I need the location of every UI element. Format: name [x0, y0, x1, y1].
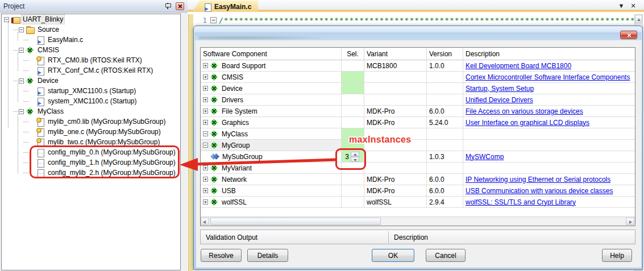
description-link[interactable]: MySWComp: [466, 153, 504, 161]
description-cell[interactable]: USB Communication with various device cl…: [463, 185, 635, 197]
variant-cell[interactable]: [364, 83, 427, 94]
variant-cell[interactable]: [364, 140, 427, 151]
row-expand-toggle[interactable]: +: [203, 86, 208, 91]
tree-item-label[interactable]: mylib_two.c (MyGroup:MySubGroup): [47, 137, 161, 147]
component-row[interactable]: − MyGroup: [201, 140, 635, 151]
tree-item-label[interactable]: Device: [36, 76, 60, 85]
dialog-titlebar[interactable]: [194, 26, 642, 40]
variant-cell[interactable]: [364, 162, 427, 174]
row-expand-toggle[interactable]: −: [203, 131, 208, 136]
component-cell[interactable]: + Device: [201, 83, 342, 94]
sel-cell[interactable]: [342, 185, 364, 197]
description-cell[interactable]: MySWComp: [463, 151, 635, 162]
description-cell[interactable]: IP Networking using Ethernet or Serial p…: [463, 174, 635, 185]
sel-cell[interactable]: [342, 140, 364, 151]
description-link[interactable]: Keil Development Board MCB1800: [466, 62, 571, 70]
description-cell[interactable]: [463, 162, 635, 174]
tree-item[interactable]: config_mylib_0.h (MyGroup:MySubGroup): [2, 147, 180, 157]
tree-item[interactable]: config_mylib_2.h (MyGroup:MySubGroup): [2, 168, 180, 178]
tree-item-label[interactable]: Source: [36, 25, 60, 34]
row-expand-toggle[interactable]: −: [203, 143, 208, 148]
component-row[interactable]: + USB MDK-Pro 6.0.0 USB Communication wi…: [201, 185, 635, 197]
row-expand-toggle[interactable]: +: [203, 199, 208, 205]
component-row[interactable]: + Drivers Unified Device Drivers: [201, 94, 635, 106]
description-cell[interactable]: File Access on various storage devices: [463, 106, 635, 117]
header-description[interactable]: Description: [463, 48, 635, 60]
tree-item-label[interactable]: system_XMC1100.c (Startup): [47, 97, 138, 106]
variant-cell[interactable]: MCB1800: [364, 60, 427, 72]
sel-cell[interactable]: [342, 197, 364, 208]
variant-cell[interactable]: [364, 72, 427, 83]
description-link[interactable]: Unified Device Drivers: [466, 96, 533, 104]
pin-icon[interactable]: [164, 2, 171, 10]
tree-item[interactable]: − MyClass: [2, 106, 180, 116]
component-cell[interactable]: + File System: [201, 106, 342, 117]
resolve-button[interactable]: Resolve: [201, 249, 242, 262]
component-row[interactable]: + Device Startup, System Setup: [201, 83, 635, 94]
description-cell[interactable]: Unified Device Drivers: [463, 94, 635, 106]
ok-button[interactable]: OK: [372, 249, 414, 262]
component-cell[interactable]: − MyGroup: [201, 140, 342, 151]
component-row[interactable]: + File System MDK-Pro 6.0.0 File Access …: [201, 106, 635, 117]
row-expand-toggle[interactable]: +: [203, 120, 208, 125]
component-cell[interactable]: + MyVariant: [201, 162, 342, 174]
tree-item[interactable]: config_mylib_1.h (MyGroup:MySubGroup): [2, 157, 180, 168]
component-row[interactable]: + MyVariant: [201, 162, 635, 174]
description-cell[interactable]: wolfSSL: SSL/TLS and Crypt Library: [463, 197, 635, 208]
description-cell[interactable]: [463, 140, 635, 151]
component-cell[interactable]: − MyClass: [201, 128, 342, 140]
description-cell[interactable]: Keil Development Board MCB1800: [463, 60, 635, 72]
variant-cell[interactable]: MDK-Pro: [364, 106, 427, 117]
tree-item-label[interactable]: mylib_one.c (MyGroup:MySubGroup): [47, 127, 162, 136]
description-cell[interactable]: Startup, System Setup: [463, 83, 635, 94]
component-cell[interactable]: MySubGroup: [201, 151, 342, 162]
component-cell[interactable]: + wolfSSL: [201, 197, 342, 208]
tree-item-label[interactable]: config_mylib_0.h (MyGroup:MySubGroup): [47, 148, 177, 157]
sel-cell[interactable]: [342, 72, 364, 83]
tab-list-dropdown-icon[interactable]: ▼: [617, 2, 625, 9]
tree-item[interactable]: − CMSIS: [2, 45, 180, 55]
tree-item[interactable]: RTX_CM0.lib (RTOS:Keil RTX): [2, 55, 180, 65]
component-cell[interactable]: + USB: [201, 185, 342, 197]
sel-cell[interactable]: [342, 83, 364, 94]
tree-item-label[interactable]: RTX_Conf_CM.c (RTOS:Keil RTX): [47, 66, 154, 75]
sel-cell[interactable]: [342, 106, 364, 117]
component-cell[interactable]: + Board Support: [201, 60, 342, 72]
description-link[interactable]: User Interface on graphical LCD displays: [466, 119, 589, 127]
tree-item-label[interactable]: MyClass: [36, 107, 65, 116]
component-cell[interactable]: + Drivers: [201, 94, 342, 106]
description-link[interactable]: Startup, System Setup: [466, 85, 534, 93]
header-sel[interactable]: Sel.: [342, 48, 364, 60]
tree-expand-toggle[interactable]: −: [19, 109, 24, 114]
max-instances-stepper[interactable]: [351, 152, 359, 162]
tree-item[interactable]: − Device: [2, 76, 180, 86]
tree-item-label[interactable]: config_mylib_2.h (MyGroup:MySubGroup): [47, 168, 177, 177]
tree-item-label[interactable]: CMSIS: [36, 45, 60, 55]
row-expand-toggle[interactable]: +: [203, 177, 208, 182]
tree-item[interactable]: mylib_two.c (MyGroup:MySubGroup): [2, 137, 180, 147]
scroll-left-button[interactable]: [201, 218, 209, 225]
component-row[interactable]: + Board Support MCB1800 1.0.0 Keil Devel…: [201, 60, 635, 72]
cancel-button[interactable]: Cancel: [426, 249, 466, 262]
component-row[interactable]: + wolfSSL wolfSSL 2.9.4 wolfSSL: SSL/TLS…: [201, 197, 635, 208]
sel-cell[interactable]: [342, 94, 364, 106]
description-cell[interactable]: [463, 128, 635, 140]
component-row[interactable]: + Graphics MDK-Pro 5.24.0 User Interface…: [201, 117, 635, 128]
tab-easymain[interactable]: EasyMain.c: [192, 1, 258, 12]
header-version[interactable]: Version: [427, 48, 463, 60]
tree-item[interactable]: − Source: [2, 24, 180, 35]
tree-expand-toggle[interactable]: −: [19, 48, 24, 53]
component-cell[interactable]: + CMSIS: [201, 72, 342, 83]
table-horizontal-scrollbar[interactable]: [201, 216, 635, 226]
description-link[interactable]: Cortex Microcontroller Software Interfac…: [466, 73, 630, 81]
sel-cell[interactable]: [342, 174, 364, 185]
scroll-up-button[interactable]: [635, 15, 642, 23]
tree-expand-toggle[interactable]: −: [19, 27, 24, 32]
tree-expand-toggle[interactable]: −: [19, 78, 24, 84]
sel-cell[interactable]: [342, 162, 364, 174]
variant-cell[interactable]: [364, 151, 427, 162]
row-expand-toggle[interactable]: +: [203, 109, 208, 114]
description-cell[interactable]: Cortex Microcontroller Software Interfac…: [463, 72, 635, 83]
variant-cell[interactable]: MDK-Pro: [364, 185, 427, 197]
max-instances-value[interactable]: 3: [342, 153, 351, 161]
